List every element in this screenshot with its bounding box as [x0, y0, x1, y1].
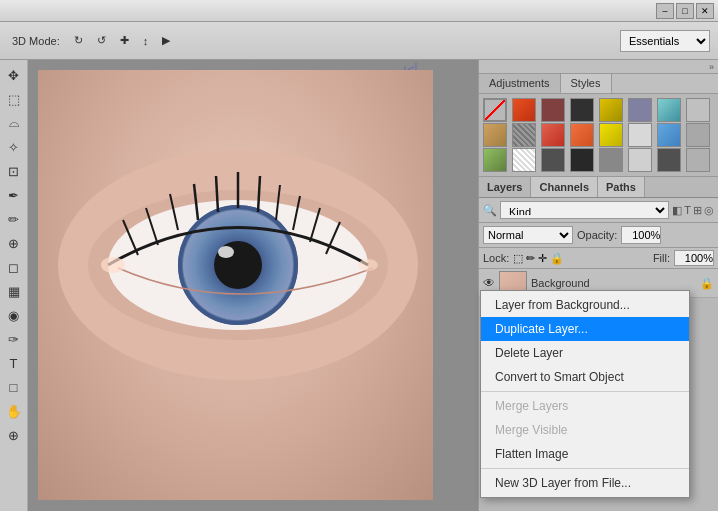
select-tool[interactable]: ⬚ — [3, 88, 25, 110]
shape-tool[interactable]: □ — [3, 376, 25, 398]
swatch-8[interactable] — [483, 123, 507, 147]
layers-search-bar: 🔍 Kind ◧ T ⊞ ◎ — [479, 198, 718, 223]
filter-adj-icon[interactable]: T — [684, 204, 691, 217]
layer-lock-icon: 🔒 — [700, 277, 714, 290]
title-bar-controls[interactable]: – □ ✕ — [656, 3, 714, 19]
pen-tool[interactable]: ✑ — [3, 328, 25, 350]
menu-item-convert-smart[interactable]: Convert to Smart Object — [481, 365, 689, 389]
swatch-9[interactable] — [512, 123, 536, 147]
tab-channels[interactable]: Channels — [531, 177, 598, 197]
svg-point-19 — [101, 257, 125, 273]
svg-point-20 — [358, 259, 378, 271]
canvas-image — [38, 70, 433, 500]
swatch-1[interactable] — [512, 98, 536, 122]
adjustments-tab-bar: Adjustments Styles — [479, 74, 718, 94]
swatch-6[interactable] — [657, 98, 681, 122]
swatch-21[interactable] — [628, 148, 652, 172]
menu-item-flatten[interactable]: Flatten Image — [481, 442, 689, 466]
collapse-arrows-icon: » — [709, 62, 714, 72]
eraser-tool[interactable]: ◻ — [3, 256, 25, 278]
menu-item-duplicate-layer[interactable]: Duplicate Layer... — [481, 317, 689, 341]
swatch-20[interactable] — [599, 148, 623, 172]
filter-smart-icon[interactable]: ◎ — [704, 204, 714, 217]
layer-visibility-icon[interactable]: 👁 — [483, 276, 495, 290]
swatch-12[interactable] — [599, 123, 623, 147]
layer-filter-icons: ◧ T ⊞ ◎ — [672, 204, 714, 217]
layers-tab-bar: Layers Channels Paths — [479, 176, 718, 198]
swatch-16[interactable] — [483, 148, 507, 172]
styles-swatches — [479, 94, 718, 176]
tab-paths[interactable]: Paths — [598, 177, 645, 197]
minimize-button[interactable]: – — [656, 3, 674, 19]
lock-transparent-icon[interactable]: ⬚ — [513, 252, 523, 265]
adjustments-styles-panel: Adjustments Styles — [479, 74, 718, 176]
toolbar-3d-mode: 3D Mode: — [8, 33, 64, 49]
lock-all-icon[interactable]: 🔒 — [550, 252, 564, 265]
swatch-10[interactable] — [541, 123, 565, 147]
swatch-15[interactable] — [686, 123, 710, 147]
fill-label: Fill: — [653, 252, 670, 264]
layers-blend-row: Normal Opacity: — [479, 223, 718, 248]
swatch-3[interactable] — [570, 98, 594, 122]
layers-lock-row: Lock: ⬚ ✏ ✛ 🔒 Fill: — [479, 248, 718, 269]
canvas-area: أكاديمية حسوب — [28, 60, 478, 511]
toolbar: 3D Mode: ↻ ↺ ✚ ↕ ▶ Essentials — [0, 22, 718, 60]
lasso-tool[interactable]: ⌓ — [3, 112, 25, 134]
search-icon: 🔍 — [483, 204, 497, 217]
quick-select-tool[interactable]: ✧ — [3, 136, 25, 158]
brush-tool[interactable]: ✏ — [3, 208, 25, 230]
lock-label: Lock: — [483, 252, 509, 264]
left-toolbar: ✥ ⬚ ⌓ ✧ ⊡ ✒ ✏ ⊕ ◻ ▦ ◉ ✑ T □ ✋ ⊕ — [0, 60, 28, 511]
swatch-19[interactable] — [570, 148, 594, 172]
essentials-dropdown[interactable]: Essentials — [620, 30, 710, 52]
swatch-22[interactable] — [657, 148, 681, 172]
move-tool[interactable]: ✥ — [3, 64, 25, 86]
swatch-17[interactable] — [512, 148, 536, 172]
text-tool[interactable]: T — [3, 352, 25, 374]
toolbar-icon-5[interactable]: ▶ — [158, 32, 174, 49]
menu-item-new-3d[interactable]: New 3D Layer from File... — [481, 471, 689, 495]
lock-move-icon[interactable]: ✛ — [538, 252, 547, 265]
hand-tool[interactable]: ✋ — [3, 400, 25, 422]
swatch-23[interactable] — [686, 148, 710, 172]
swatch-2[interactable] — [541, 98, 565, 122]
panel-collapse-bar[interactable]: » — [479, 60, 718, 74]
toolbar-icon-3[interactable]: ✚ — [116, 32, 133, 49]
swatch-none[interactable] — [483, 98, 507, 122]
crop-tool[interactable]: ⊡ — [3, 160, 25, 182]
zoom-tool[interactable]: ⊕ — [3, 424, 25, 446]
menu-item-merge-visible: Merge Visible — [481, 418, 689, 442]
filter-type-icon[interactable]: ⊞ — [693, 204, 702, 217]
lock-paint-icon[interactable]: ✏ — [526, 252, 535, 265]
tab-layers[interactable]: Layers — [479, 177, 531, 197]
title-bar: – □ ✕ — [0, 0, 718, 22]
tab-adjustments[interactable]: Adjustments — [479, 74, 561, 93]
menu-item-delete-layer[interactable]: Delete Layer — [481, 341, 689, 365]
menu-separator — [481, 468, 689, 469]
context-menu: Layer from Background...Duplicate Layer.… — [480, 290, 690, 498]
blend-mode-select[interactable]: Normal — [483, 226, 573, 244]
eyedropper-tool[interactable]: ✒ — [3, 184, 25, 206]
toolbar-icon-1[interactable]: ↻ — [70, 32, 87, 49]
swatch-14[interactable] — [657, 123, 681, 147]
blur-tool[interactable]: ◉ — [3, 304, 25, 326]
svg-point-7 — [218, 246, 234, 258]
gradient-tool[interactable]: ▦ — [3, 280, 25, 302]
close-button[interactable]: ✕ — [696, 3, 714, 19]
maximize-button[interactable]: □ — [676, 3, 694, 19]
opacity-input[interactable] — [621, 226, 661, 244]
swatch-13[interactable] — [628, 123, 652, 147]
swatch-7[interactable] — [686, 98, 710, 122]
swatch-4[interactable] — [599, 98, 623, 122]
toolbar-icon-2[interactable]: ↺ — [93, 32, 110, 49]
fill-input[interactable] — [674, 250, 714, 266]
clone-tool[interactable]: ⊕ — [3, 232, 25, 254]
swatch-11[interactable] — [570, 123, 594, 147]
swatch-18[interactable] — [541, 148, 565, 172]
layer-kind-select[interactable]: Kind — [500, 201, 669, 219]
swatch-5[interactable] — [628, 98, 652, 122]
filter-pixel-icon[interactable]: ◧ — [672, 204, 682, 217]
toolbar-icon-4[interactable]: ↕ — [139, 33, 153, 49]
tab-styles[interactable]: Styles — [561, 74, 612, 93]
menu-item-layer-from-bg[interactable]: Layer from Background... — [481, 293, 689, 317]
